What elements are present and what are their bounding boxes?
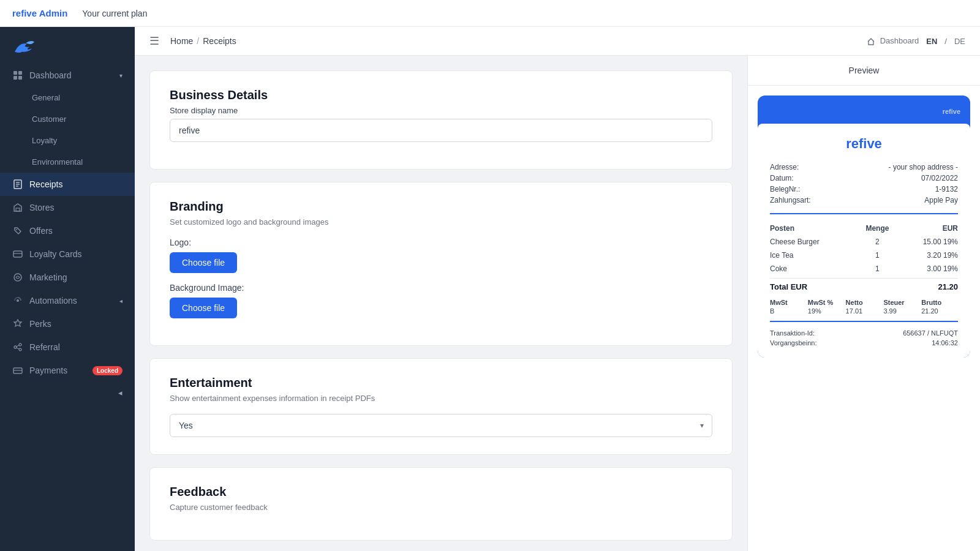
tax-row-0-3: 3.99	[883, 307, 920, 315]
transaction-id-row: Transaktion-Id: 656637 / NLFUQT	[770, 328, 958, 338]
tax-row-0-1: 19%	[808, 307, 845, 315]
receipt-logo-area: refive	[758, 108, 970, 121]
background-file-group: Background Image: Choose file	[170, 283, 712, 318]
receipt-item-2: Coke 1 3.00 19%	[770, 262, 958, 276]
choose-file-logo-button[interactable]: Choose file	[170, 252, 237, 273]
receipt-store-name: refive	[770, 136, 958, 152]
receipt-payment-value: Apple Pay	[924, 196, 958, 204]
sidebar-collapse-button[interactable]: ◂	[0, 382, 135, 403]
sidebar-item-perks[interactable]: Perks	[0, 312, 135, 335]
svg-point-9	[16, 229, 17, 230]
receipt-item-0: Cheese Burger 2 15.00 19%	[770, 235, 958, 249]
receipt-table-header: Posten Menge EUR	[770, 222, 958, 235]
sidebar-item-referral[interactable]: Referral	[0, 335, 135, 359]
sidebar-loyalty-cards-label: Loyalty Cards	[29, 249, 82, 259]
sidebar-item-loyalty-cards[interactable]: Loyalty Cards	[0, 242, 135, 266]
breadcrumb-home[interactable]: Home	[170, 36, 193, 46]
receipt-icon	[12, 179, 23, 190]
store-name-input[interactable]	[170, 119, 712, 142]
receipt-white-card: refive Adresse: - your shop address - Da…	[758, 124, 970, 358]
item-0-qty: 2	[851, 238, 905, 246]
sidebar-item-offers[interactable]: Offers	[0, 219, 135, 242]
sidebar-dashboard-label: Dashboard	[29, 70, 72, 80]
receipt-address-value: - your shop address -	[889, 163, 958, 171]
receipt-beleg-row: BelegNr.: 1-9132	[770, 184, 958, 195]
logo-label: Logo:	[170, 238, 712, 247]
receipt-date-row: Datum: 07/02/2022	[770, 173, 958, 184]
entertainment-select[interactable]: Yes No	[170, 414, 712, 437]
transaction-id-value: 656637 / NLFUQT	[903, 329, 958, 337]
sidebar-item-stores[interactable]: Stores	[0, 196, 135, 219]
hamburger-menu-icon[interactable]: ☰	[149, 34, 159, 48]
business-details-title: Business Details	[170, 88, 712, 102]
lang-de[interactable]: DE	[954, 37, 965, 46]
perks-icon	[12, 318, 23, 329]
sidebar-stores-label: Stores	[29, 203, 54, 212]
sidebar-logo	[0, 27, 135, 64]
preview-header: Preview	[748, 56, 980, 86]
svg-point-12	[14, 274, 21, 281]
sidebar-item-dashboard[interactable]: Dashboard ▾	[0, 64, 135, 87]
receipt-payment-label: Zahlungsart:	[770, 196, 811, 204]
breadcrumb: Home / Receipts	[170, 36, 236, 46]
receipt-transaction: Transaktion-Id: 656637 / NLFUQT Vorgangs…	[770, 328, 958, 348]
dashboard-icon	[12, 70, 23, 81]
feedback-card: Feedback Capture customer feedback	[149, 467, 733, 541]
receipt-address-row: Adresse: - your shop address -	[770, 162, 958, 173]
sidebar-automations-label: Automations	[29, 296, 77, 305]
preview-receipt: refive refive Adresse: - your shop addre…	[758, 96, 970, 358]
tax-row-0-0: B	[770, 307, 807, 315]
sidebar-offers-label: Offers	[29, 226, 53, 236]
sidebar: Dashboard ▾ General Customer Loyalty Env…	[0, 27, 135, 551]
receipt-date-value: 07/02/2022	[921, 174, 958, 182]
svg-rect-2	[13, 76, 17, 80]
item-0-name: Cheese Burger	[770, 238, 851, 246]
main-layout: Dashboard ▾ General Customer Loyalty Env…	[0, 27, 980, 551]
transaction-id-label: Transaktion-Id:	[770, 329, 815, 337]
sidebar-item-receipts[interactable]: Receipts	[0, 173, 135, 196]
subheader-left: ☰ Home / Receipts	[149, 34, 236, 48]
lang-en[interactable]: EN	[926, 37, 937, 46]
sidebar-item-loyalty[interactable]: Loyalty	[0, 130, 135, 151]
sidebar-item-environmental[interactable]: Environmental	[0, 151, 135, 173]
breadcrumb-current: Receipts	[203, 36, 236, 46]
sidebar-item-payments[interactable]: Payments Locked	[0, 359, 135, 382]
dashboard-link[interactable]: Dashboard	[867, 36, 919, 46]
sidebar-item-marketing[interactable]: Marketing	[0, 266, 135, 289]
dashboard-text: Dashboard	[880, 36, 919, 45]
store-name-label: Store display name	[170, 106, 712, 115]
svg-rect-1	[18, 71, 22, 75]
receipt-total-label: Total EUR	[770, 282, 807, 291]
receipt-beleg-label: BelegNr.:	[770, 185, 800, 193]
svg-line-17	[17, 345, 19, 347]
entertainment-select-wrapper: Yes No ▾	[170, 414, 712, 437]
loyalty-cards-icon	[12, 249, 23, 260]
sidebar-marketing-label: Marketing	[29, 272, 67, 282]
automations-chevron-icon: ◂	[119, 298, 123, 304]
receipt-total-value: 21.20	[938, 282, 958, 291]
entertainment-card: Entertainment Show entertainment expense…	[149, 358, 733, 455]
entertainment-title: Entertainment	[170, 376, 712, 390]
sidebar-item-customer[interactable]: Customer	[0, 108, 135, 130]
vorgangs-row: Vorgangsbeinn: 14:06:32	[770, 338, 958, 348]
svg-point-15	[19, 343, 21, 346]
sidebar-item-general[interactable]: General	[0, 87, 135, 108]
sidebar-customer-label: Customer	[32, 114, 66, 124]
store-icon	[12, 202, 23, 213]
item-2-qty: 1	[851, 264, 905, 273]
marketing-icon	[12, 272, 23, 283]
receipt-item-1: Ice Tea 1 3.20 19%	[770, 249, 958, 262]
tax-header-0: MwSt	[770, 299, 807, 306]
col-header-menge: Menge	[851, 224, 905, 233]
tax-header-3: Steuer	[883, 299, 920, 306]
form-column: Business Details Store display name Bran…	[135, 56, 747, 551]
sidebar-receipts-label: Receipts	[29, 179, 62, 189]
sidebar-item-automations[interactable]: Automations ◂	[0, 289, 135, 312]
choose-file-bg-button[interactable]: Choose file	[170, 298, 237, 318]
receipt-divider-top	[770, 213, 958, 214]
breadcrumb-separator: /	[197, 36, 199, 46]
item-2-eur: 3.00 19%	[904, 264, 958, 273]
subheader: ☰ Home / Receipts Dashboard EN / DE	[135, 27, 980, 56]
brand-name[interactable]: refive Admin	[12, 8, 67, 18]
svg-rect-0	[13, 71, 17, 75]
